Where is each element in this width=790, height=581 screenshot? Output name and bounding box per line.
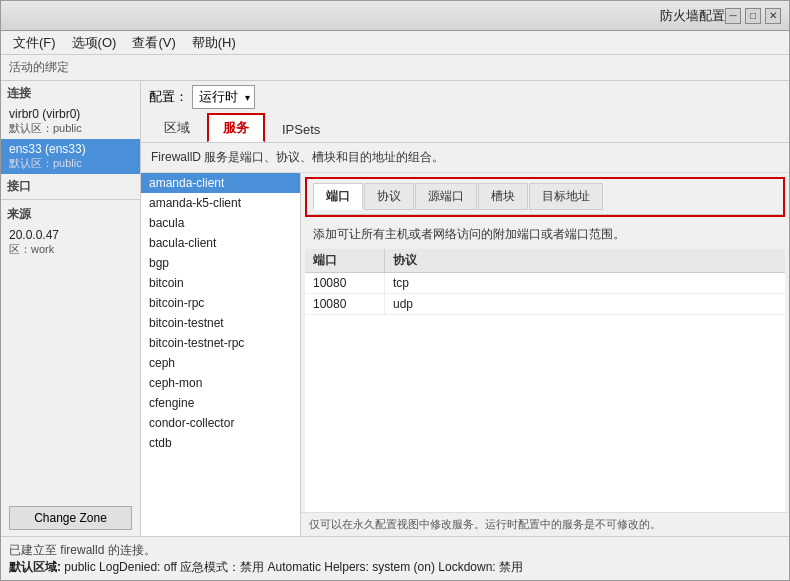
active-binding-label: 活动的绑定 [9,59,69,76]
minimize-button[interactable]: ─ [725,8,741,24]
body-area: 连接 virbr0 (virbr0) 默认区：public ens33 (ens… [1,81,789,536]
sidebar-virbr0[interactable]: virbr0 (virbr0) 默认区：public [1,104,140,139]
service-detail: 端口 协议 源端口 槽块 目标地址 添加可让所有主机或者网络访问的附加端口或者端… [301,173,789,536]
status-line1: 已建立至 firewalld 的连接。 [9,542,781,559]
table-row[interactable]: 10080 udp [305,294,785,315]
config-label: 配置： [149,88,188,106]
status-zone-label: 默认区域: [9,560,64,574]
toolbar-row: 活动的绑定 [1,55,789,81]
menu-help[interactable]: 帮助(H) [184,32,244,54]
status-emergency: 应急模式：禁用 [180,560,264,574]
window-title: 防火墙配置 [660,7,725,25]
status-lockdown: Lockdown: 禁用 [438,560,523,574]
close-button[interactable]: ✕ [765,8,781,24]
title-bar: 防火墙配置 ─ □ ✕ [1,1,789,31]
port-header-protocol: 协议 [385,249,785,272]
config-dropdown[interactable]: 运行时 [192,85,255,109]
menu-file[interactable]: 文件(F) [5,32,64,54]
sidebar: 连接 virbr0 (virbr0) 默认区：public ens33 (ens… [1,81,141,536]
port-table-header: 端口 协议 [305,249,785,273]
port-header-port: 端口 [305,249,385,272]
menu-options[interactable]: 选项(O) [64,32,125,54]
service-amanda-k5[interactable]: amanda-k5-client [141,193,300,213]
status-bar: 已建立至 firewalld 的连接。 默认区域: public LogDeni… [1,536,789,580]
service-bitcoin-testnet-rpc[interactable]: bitcoin-testnet-rpc [141,333,300,353]
interfaces-title: 接口 [1,174,140,197]
service-bitcoin-testnet[interactable]: bitcoin-testnet [141,313,300,333]
sources-title: 来源 [1,202,140,225]
footer-note: 仅可以在永久配置视图中修改服务。运行时配置中的服务是不可修改的。 [301,512,789,536]
status-logdenied: LogDenied: off [99,560,177,574]
main-content: 活动的绑定 连接 virbr0 (virbr0) 默认区：public ens3… [1,55,789,536]
service-ctdb[interactable]: ctdb [141,433,300,453]
connections-title: 连接 [1,81,140,104]
port-table: 端口 协议 10080 tcp 10080 udp [305,249,785,512]
sidebar-footer: Change Zone [1,500,140,536]
right-panel: 配置： 运行时 区域 服务 IPSets FirewallD 服务是端口、协议、… [141,81,789,536]
service-ceph[interactable]: ceph [141,353,300,373]
window-controls: ─ □ ✕ [725,8,781,24]
detail-tabs-row: 端口 协议 源端口 槽块 目标地址 [307,179,783,215]
services-area: amanda-client amanda-k5-client bacula ba… [141,173,789,536]
service-amanda-client[interactable]: amanda-client [141,173,300,193]
status-helpers: Automatic Helpers: system (on) [268,560,435,574]
detail-tabs-container: 端口 协议 源端口 槽块 目标地址 [305,177,785,217]
menu-bar: 文件(F) 选项(O) 查看(V) 帮助(H) [1,31,789,55]
sidebar-ens33[interactable]: ens33 (ens33) 默认区：public [1,139,140,174]
status-zone-value: public [64,560,95,574]
service-condor-collector[interactable]: condor-collector [141,413,300,433]
service-cfengine[interactable]: cfengine [141,393,300,413]
detail-tab-destaddr[interactable]: 目标地址 [529,183,603,210]
tab-ipsets[interactable]: IPSets [267,117,335,142]
service-bacula[interactable]: bacula [141,213,300,233]
sidebar-source-1[interactable]: 20.0.0.47 区：work [1,225,140,260]
tab-zones[interactable]: 区域 [149,114,205,142]
detail-description: 添加可让所有主机或者网络访问的附加端口或者端口范围。 [305,221,785,249]
table-row[interactable]: 10080 tcp [305,273,785,294]
detail-tab-protocol[interactable]: 协议 [364,183,414,210]
tab-services[interactable]: 服务 [207,113,265,142]
service-bacula-client[interactable]: bacula-client [141,233,300,253]
maximize-button[interactable]: □ [745,8,761,24]
detail-tab-srcport[interactable]: 源端口 [415,183,477,210]
status-line2: 默认区域: public LogDenied: off 应急模式：禁用 Auto… [9,559,781,576]
detail-tab-port[interactable]: 端口 [313,183,363,210]
menu-view[interactable]: 查看(V) [124,32,183,54]
service-bitcoin[interactable]: bitcoin [141,273,300,293]
panel-description: FirewallD 服务是端口、协议、槽块和目的地址的组合。 [141,143,789,173]
port-cell-2: 10080 [305,294,385,314]
protocol-cell-1: tcp [385,273,785,293]
service-list: amanda-client amanda-k5-client bacula ba… [141,173,301,536]
service-bitcoin-rpc[interactable]: bitcoin-rpc [141,293,300,313]
change-zone-button[interactable]: Change Zone [9,506,132,530]
sep1 [1,199,140,200]
port-cell-1: 10080 [305,273,385,293]
service-ceph-mon[interactable]: ceph-mon [141,373,300,393]
protocol-cell-2: udp [385,294,785,314]
detail-tab-block[interactable]: 槽块 [478,183,528,210]
main-window: 防火墙配置 ─ □ ✕ 文件(F) 选项(O) 查看(V) 帮助(H) 活动的绑… [0,0,790,581]
config-row: 配置： 运行时 [141,81,789,109]
service-bgp[interactable]: bgp [141,253,300,273]
tab-bar: 区域 服务 IPSets [141,109,789,143]
